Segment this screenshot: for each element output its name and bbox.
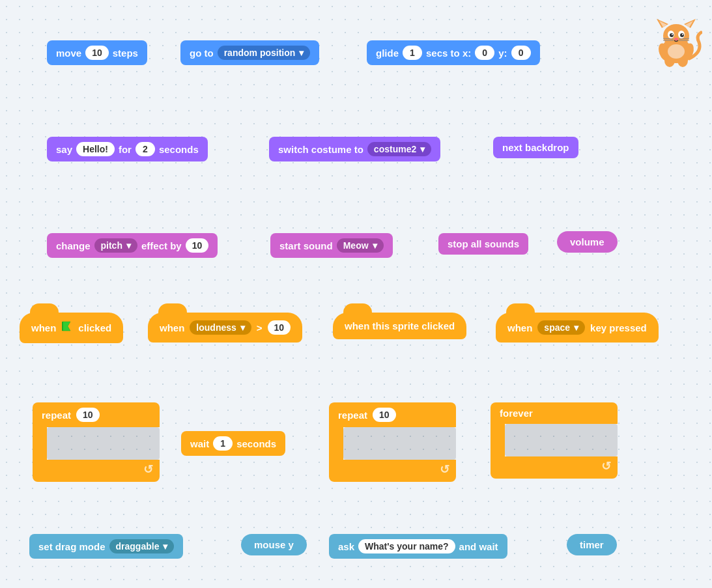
change-label: change — [56, 240, 91, 251]
svg-point-10 — [672, 34, 673, 35]
say-label: say — [56, 144, 72, 155]
when-sprite-label: when this sprite clicked — [345, 320, 455, 331]
goto-block[interactable]: go to random position ▾ — [180, 40, 319, 65]
switch-costume-label: switch costume to — [278, 144, 363, 155]
move-block[interactable]: move 10 steps — [47, 40, 147, 65]
stop-sounds-label: stop all sounds — [448, 238, 519, 249]
svg-point-11 — [682, 34, 683, 35]
volume-label: volume — [570, 236, 605, 247]
svg-point-9 — [680, 33, 684, 37]
wait-label: wait — [190, 438, 209, 449]
when-loudness-label: when — [160, 322, 184, 333]
move-value[interactable]: 10 — [85, 46, 109, 60]
move-suffix: steps — [113, 48, 138, 59]
effect-arrow: ▾ — [126, 240, 131, 251]
effect-suffix: effect by — [141, 240, 182, 251]
svg-marker-22 — [63, 322, 70, 331]
say-suffix: seconds — [159, 144, 199, 155]
say-message[interactable]: Hello! — [76, 142, 115, 156]
repeat1-label: repeat — [42, 410, 71, 421]
when-key-label: when — [507, 322, 532, 333]
wait-value[interactable]: 1 — [213, 436, 233, 451]
key-suffix: key pressed — [590, 322, 647, 333]
repeat2-label: repeat — [338, 410, 367, 421]
volume-block[interactable]: volume — [557, 231, 618, 253]
glide-x[interactable]: 0 — [475, 46, 494, 60]
svg-point-21 — [668, 44, 685, 59]
say-block[interactable]: say Hello! for 2 seconds — [47, 137, 208, 161]
ask-question[interactable]: What's your name? — [358, 539, 455, 553]
svg-point-12 — [674, 38, 678, 40]
move-label: move — [56, 48, 81, 59]
say-secs[interactable]: 2 — [135, 142, 155, 156]
key-dropdown[interactable]: space ▾ — [537, 320, 585, 335]
svg-point-8 — [670, 33, 674, 37]
glide-suffix: secs to x: — [426, 48, 471, 59]
set-drag-block[interactable]: set drag mode draggable ▾ — [29, 534, 183, 559]
glide-secs[interactable]: 1 — [403, 46, 422, 60]
loudness-dropdown[interactable]: loudness ▾ — [190, 320, 251, 335]
timer-block[interactable]: timer — [567, 534, 617, 555]
forever-label: forever — [500, 408, 533, 419]
next-backdrop-label: next backdrop — [502, 142, 569, 153]
loudness-op: > — [257, 322, 263, 333]
when-loudness-block[interactable]: when loudness ▾ > 10 — [148, 313, 302, 343]
goto-arrow: ▾ — [299, 48, 304, 58]
when-flag-suffix: clicked — [78, 322, 111, 333]
repeat2-value[interactable]: 10 — [373, 408, 396, 422]
goto-dropdown[interactable]: random position ▾ — [218, 46, 311, 60]
ask-label: ask — [338, 541, 354, 552]
stop-sounds-block[interactable]: stop all sounds — [438, 233, 528, 255]
goto-label: go to — [190, 48, 214, 59]
next-backdrop-block[interactable]: next backdrop — [493, 137, 578, 158]
flag-icon — [61, 320, 73, 335]
ask-suffix: and wait — [459, 541, 498, 552]
timer-label: timer — [580, 539, 604, 550]
forever-block[interactable]: forever ↺ — [491, 402, 618, 479]
repeat1-block[interactable]: repeat 10 ↺ — [33, 402, 160, 482]
start-sound-label: start sound — [279, 240, 333, 251]
glide-label: glide — [376, 48, 399, 59]
effect-dropdown[interactable]: pitch ▾ — [94, 238, 137, 253]
svg-point-1 — [663, 24, 689, 48]
mouse-y-block[interactable]: mouse y — [241, 534, 307, 555]
when-sprite-block[interactable]: when this sprite clicked — [333, 313, 466, 339]
wait-block[interactable]: wait 1 seconds — [181, 431, 285, 456]
say-for: for — [119, 144, 132, 155]
switch-costume-block[interactable]: switch costume to costume2 ▾ — [269, 137, 440, 161]
sound-arrow: ▾ — [373, 240, 377, 251]
costume-arrow: ▾ — [420, 144, 425, 154]
repeat2-block[interactable]: repeat 10 ↺ — [329, 402, 456, 482]
ask-block[interactable]: ask What's your name? and wait — [329, 534, 507, 559]
effect-value[interactable]: 10 — [186, 238, 209, 253]
glide-y[interactable]: 0 — [511, 46, 531, 60]
loudness-value[interactable]: 10 — [268, 320, 291, 335]
glide-block[interactable]: glide 1 secs to x: 0 y: 0 — [367, 40, 540, 65]
change-effect-block[interactable]: change pitch ▾ effect by 10 — [47, 233, 218, 258]
sound-dropdown[interactable]: Meow ▾ — [337, 238, 384, 253]
start-sound-block[interactable]: start sound Meow ▾ — [270, 233, 393, 258]
repeat1-value[interactable]: 10 — [76, 408, 100, 422]
glide-y-label: y: — [498, 48, 507, 59]
switch-costume-dropdown[interactable]: costume2 ▾ — [367, 142, 431, 156]
when-flag-block[interactable]: when clicked — [20, 313, 123, 343]
when-key-block[interactable]: when space ▾ key pressed — [496, 313, 659, 343]
mouse-y-label: mouse y — [254, 539, 294, 550]
set-drag-label: set drag mode — [38, 541, 106, 552]
wait-suffix: seconds — [236, 438, 276, 449]
scratch-cat — [650, 16, 702, 68]
when-flag-label: when — [31, 322, 56, 333]
drag-dropdown[interactable]: draggable ▾ — [109, 539, 175, 553]
